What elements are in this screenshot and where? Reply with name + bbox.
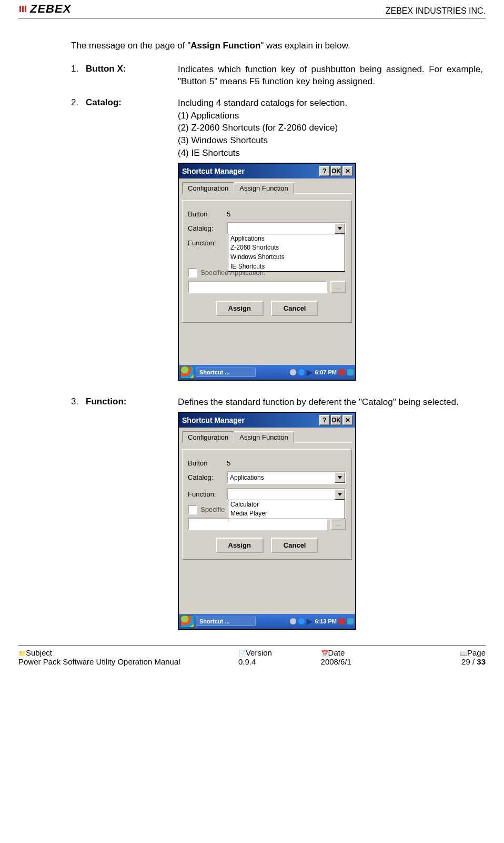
item-description: Defines the standard function by deferen… <box>178 396 483 409</box>
dropdown-arrow-icon[interactable] <box>335 472 345 483</box>
item-label: Function: <box>86 396 178 407</box>
button-number: 5 <box>227 210 230 218</box>
footer-date: 2008/6/1 <box>321 657 417 666</box>
catalog-combo[interactable]: Applications <box>227 471 346 484</box>
tab-bar: Configuration Assign Function <box>182 431 352 443</box>
cancel-button[interactable]: Cancel <box>271 301 319 316</box>
list-item[interactable]: IE Shortcuts <box>228 262 345 272</box>
item-description: Indicates which function key of pushbutt… <box>178 64 483 88</box>
tray-icon[interactable] <box>339 369 345 375</box>
function-dropdown-list[interactable]: Calculator Media Player <box>228 500 345 519</box>
button-label: Button <box>188 210 227 218</box>
page-footer: 📁Subject 📄Version 📅Date 📖Page Power Pack… <box>18 646 486 668</box>
path-input[interactable] <box>188 518 327 530</box>
catalog-label: Catalog: <box>188 473 227 481</box>
ok-button[interactable]: OK <box>331 166 341 176</box>
taskbar: Shortcut ... ▶ 6:13 PM <box>179 614 355 629</box>
cancel-button[interactable]: Cancel <box>271 538 319 553</box>
item-label: Catalog: <box>86 97 178 108</box>
tab-assign-function[interactable]: Assign Function <box>234 182 294 194</box>
help-button[interactable]: ? <box>319 415 330 425</box>
sublist: (1) Applications (2) Z-2060 Shortcuts (f… <box>178 110 483 160</box>
list-item: 3. Function: Defines the standard functi… <box>71 396 483 409</box>
list-item[interactable]: Media Player <box>228 509 345 519</box>
assign-button[interactable]: Assign <box>216 538 264 553</box>
specified-checkbox[interactable] <box>188 268 197 277</box>
dropdown-arrow-icon[interactable] <box>335 489 345 500</box>
svg-marker-3 <box>338 227 342 230</box>
item-number: 1. <box>71 64 86 74</box>
tray-icon[interactable] <box>347 369 354 375</box>
footer-page-label: Page <box>467 648 486 657</box>
tray-arrow-icon: ▶ <box>307 617 313 626</box>
date-icon: 📅 <box>321 650 327 657</box>
dropdown-arrow-icon[interactable] <box>335 223 345 234</box>
path-input[interactable] <box>188 281 327 293</box>
taskbar-app[interactable]: Shortcut ... <box>196 617 256 626</box>
start-button[interactable] <box>180 615 194 628</box>
footer-subject: Power Pack Software Utility Operation Ma… <box>18 657 238 666</box>
window-title: Shortcut Manager <box>181 167 318 175</box>
tab-configuration[interactable]: Configuration <box>182 182 234 194</box>
item-label: Button X: <box>86 64 178 74</box>
list-item[interactable]: Applications <box>228 234 345 244</box>
tab-bar: Configuration Assign Function <box>182 182 352 194</box>
tab-panel: Button 5 Catalog: Applications Function: <box>182 449 352 560</box>
catalog-value: Applications <box>228 474 335 481</box>
assign-button[interactable]: Assign <box>216 301 264 316</box>
function-label: Function: <box>188 490 227 498</box>
system-tray: ▶ 6:13 PM <box>290 617 354 626</box>
tray-icon[interactable] <box>298 618 305 624</box>
button-label: Button <box>188 459 227 467</box>
close-button[interactable]: ✕ <box>342 415 353 425</box>
main-content: The message on the page of "Assign Funct… <box>18 39 486 630</box>
logo: ZEBEX <box>18 2 71 16</box>
item-number: 2. <box>71 97 86 108</box>
folder-icon: 📁 <box>18 650 25 657</box>
footer-date-label: Date <box>328 648 345 657</box>
function-combo[interactable]: Calculator Media Player <box>227 488 346 501</box>
page-header: ZEBEX ZEBEX INDUSTRIES INC. <box>18 0 486 18</box>
tray-icon[interactable] <box>290 618 296 624</box>
catalog-label: Catalog: <box>188 224 227 232</box>
browse-button[interactable]: ... <box>330 518 346 530</box>
function-label: Function: <box>188 239 227 247</box>
tray-icon[interactable] <box>339 618 345 624</box>
item-number: 3. <box>71 396 86 407</box>
window-title: Shortcut Manager <box>181 416 318 424</box>
catalog-combo[interactable]: Applications Z-2060 Shortcuts Windows Sh… <box>227 222 346 235</box>
system-tray: ▶ 6:07 PM <box>290 368 354 376</box>
intro-text: The message on the page of "Assign Funct… <box>71 39 483 52</box>
tab-assign-function[interactable]: Assign Function <box>234 431 294 443</box>
company-name: ZEBEX INDUSTRIES INC. <box>386 6 486 16</box>
taskbar: Shortcut ... ▶ 6:07 PM <box>179 365 355 380</box>
list-item: 2. Catalog: Including 4 standard catalog… <box>71 97 483 160</box>
tray-icon[interactable] <box>290 369 296 375</box>
tray-arrow-icon: ▶ <box>307 368 313 376</box>
catalog-dropdown-list[interactable]: Applications Z-2060 Shortcuts Windows Sh… <box>228 234 345 272</box>
list-item[interactable]: Windows Shortcuts <box>228 253 345 262</box>
browse-button[interactable]: ... <box>330 281 346 293</box>
clock: 6:13 PM <box>315 618 337 624</box>
footer-version-label: Version <box>246 648 272 657</box>
footer-page: 29 / 33 <box>417 657 486 666</box>
doc-icon: 📄 <box>238 650 245 657</box>
close-button[interactable]: ✕ <box>342 166 353 176</box>
svg-rect-2 <box>25 6 26 12</box>
specified-label: Specifie <box>200 505 225 513</box>
list-item[interactable]: Z-2060 Shortcuts <box>228 243 345 253</box>
list-item[interactable]: Calculator <box>228 500 345 510</box>
taskbar-app[interactable]: Shortcut ... <box>196 368 256 377</box>
help-button[interactable]: ? <box>319 166 330 176</box>
logo-icon <box>18 4 29 14</box>
title-bar: Shortcut Manager ? OK ✕ <box>179 164 355 178</box>
start-button[interactable] <box>180 366 194 379</box>
list-item: 1. Button X: Indicates which function ke… <box>71 64 483 88</box>
tray-icon[interactable] <box>347 618 354 624</box>
tab-configuration[interactable]: Configuration <box>182 431 234 443</box>
specified-checkbox[interactable] <box>188 505 197 514</box>
title-bar: Shortcut Manager ? OK ✕ <box>179 413 355 428</box>
tray-icon[interactable] <box>298 369 305 375</box>
ok-button[interactable]: OK <box>331 415 341 425</box>
svg-marker-5 <box>338 493 342 496</box>
